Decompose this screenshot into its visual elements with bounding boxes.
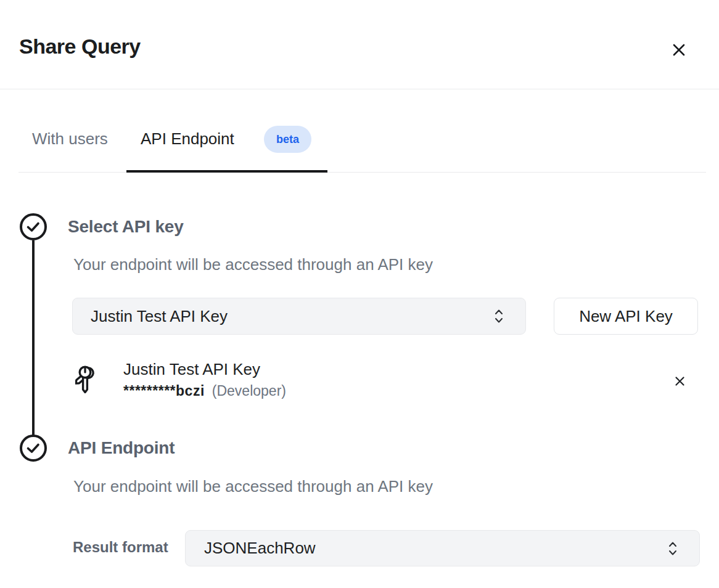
api-keys-icon xyxy=(75,362,104,399)
share-query-dialog: Share Query With users API Endpoint beta… xyxy=(0,0,719,588)
stepper-connector-line xyxy=(32,240,35,435)
selected-key-masked-secret: *********bczi xyxy=(123,383,205,399)
result-format-select-value: JSONEachRow xyxy=(204,539,316,558)
step1-check-icon xyxy=(18,212,48,242)
close-dialog-button[interactable] xyxy=(665,36,693,64)
step1-description: Your endpoint will be accessed through a… xyxy=(73,255,433,274)
selected-key-name: Justin Test API Key xyxy=(123,360,260,379)
remove-key-icon xyxy=(674,375,686,387)
chevron-up-down-icon xyxy=(667,541,678,557)
selected-key-details: *********bczi (Developer) xyxy=(123,383,286,399)
header-divider xyxy=(0,89,719,89)
tab-api-endpoint[interactable]: API Endpoint beta xyxy=(126,122,327,173)
tab-api-endpoint-label: API Endpoint xyxy=(141,129,234,149)
step2-check-icon xyxy=(18,433,48,463)
tab-with-users[interactable]: With users xyxy=(32,129,108,149)
chevron-up-down-icon xyxy=(493,308,504,324)
active-tab-underline xyxy=(126,170,327,173)
tabs-baseline xyxy=(18,172,706,173)
api-key-select[interactable]: Justin Test API Key xyxy=(72,298,526,335)
selected-key-role: (Developer) xyxy=(212,383,286,399)
step1-title: Select API key xyxy=(68,217,184,237)
remove-key-button[interactable] xyxy=(667,369,692,393)
result-format-label: Result format xyxy=(73,539,168,556)
step2-title: API Endpoint xyxy=(68,438,175,458)
new-api-key-button[interactable]: New API Key xyxy=(554,298,698,335)
close-icon xyxy=(671,42,687,58)
step2-description: Your endpoint will be accessed through a… xyxy=(73,477,433,496)
beta-badge: beta xyxy=(264,126,311,153)
result-format-select[interactable]: JSONEachRow xyxy=(185,530,700,566)
api-key-select-value: Justin Test API Key xyxy=(91,307,228,326)
dialog-title: Share Query xyxy=(19,35,141,59)
